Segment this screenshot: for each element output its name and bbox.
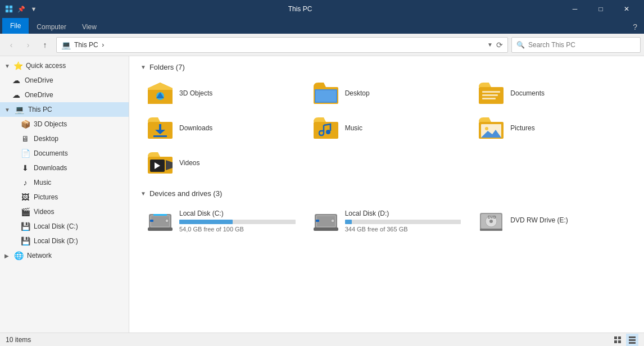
drives-section-header: ▼ Devices and drives (3)	[140, 189, 633, 198]
folder-desktop-icon	[312, 82, 339, 104]
sidebar-item-quick-access[interactable]: ▼ ⭐ Quick access	[0, 58, 129, 73]
search-bar[interactable]: 🔍	[511, 37, 641, 53]
onedrive-label-1: OneDrive	[25, 76, 53, 84]
svg-rect-54	[618, 340, 621, 343]
help-button[interactable]: ?	[628, 20, 642, 34]
sidebar-item-pictures[interactable]: 🖼 Pictures	[0, 190, 129, 204]
maximize-button[interactable]: □	[588, 0, 614, 18]
drive-e[interactable]: DVD DVD RW Drive (E:)	[471, 204, 633, 238]
drive-e-info: DVD RW Drive (E:)	[510, 216, 627, 226]
tab-computer[interactable]: Computer	[29, 20, 74, 34]
folder-pictures-icon	[478, 117, 505, 139]
cloud-icon-2: ☁	[11, 90, 21, 99]
address-bar[interactable]: 💻 This PC › ▼ ⟳	[56, 37, 508, 53]
sidebar-item-documents[interactable]: 📄 Documents	[0, 146, 129, 161]
svg-point-23	[326, 130, 330, 134]
sidebar-item-this-pc[interactable]: ▼ 💻 This PC	[0, 102, 129, 117]
list-view-button[interactable]	[626, 334, 638, 346]
folder-3d-objects-label: 3D Objects	[179, 89, 212, 97]
drives-chevron[interactable]: ▼	[140, 190, 146, 197]
pictures-label: Pictures	[34, 193, 58, 201]
drive-d-name: Local Disk (D:)	[345, 210, 461, 217]
downloads-label: Downloads	[34, 164, 67, 172]
folders-chevron[interactable]: ▼	[140, 64, 146, 70]
svg-rect-50	[480, 229, 502, 231]
dvd-icon: DVD	[478, 210, 505, 233]
sidebar-item-local-disk-d[interactable]: 💾 Local Disk (D:)	[0, 234, 129, 248]
drive-d[interactable]: Local Disk (D:) 344 GB free of 365 GB	[306, 204, 468, 238]
grid-view-button[interactable]	[611, 334, 624, 346]
svg-rect-7	[148, 88, 173, 90]
drive-d-free: 344 GB free of 365 GB	[345, 226, 461, 233]
minimize-button[interactable]: ─	[562, 0, 588, 18]
network-arrow: ▶	[4, 253, 9, 259]
content-area: ▼ Folders (7) 3D Objects	[129, 56, 644, 333]
videos-label: Videos	[34, 208, 54, 216]
item-count: 10 items	[6, 336, 31, 344]
folder-downloads[interactable]: Downloads	[140, 113, 302, 143]
svg-rect-2	[6, 10, 8, 12]
svg-rect-15	[482, 91, 500, 93]
folder-documents[interactable]: Documents	[471, 78, 633, 108]
svg-text:DVD: DVD	[488, 215, 496, 219]
search-icon: 🔍	[516, 41, 525, 49]
tab-view[interactable]: View	[74, 20, 105, 34]
svg-rect-1	[10, 6, 12, 8]
music-icon: ♪	[20, 178, 30, 187]
address-chevron[interactable]: ▼	[487, 42, 493, 48]
documents-label: Documents	[34, 149, 68, 157]
star-icon: ⭐	[13, 61, 24, 70]
folder-desktop[interactable]: Desktop	[306, 78, 468, 108]
sidebar-item-local-disk-c[interactable]: 💾 Local Disk (C:)	[0, 219, 129, 234]
sidebar-item-music[interactable]: ♪ Music	[0, 175, 129, 190]
refresh-button[interactable]: ⟳	[496, 40, 503, 49]
svg-rect-21	[153, 135, 167, 137]
pin-icon[interactable]: 📌	[17, 4, 26, 13]
folder-documents-icon	[478, 82, 505, 104]
sidebar-item-videos[interactable]: 🎬 Videos	[0, 204, 129, 219]
folders-grid: 3D Objects Desktop	[140, 78, 633, 178]
folder-music-label: Music	[345, 124, 362, 132]
pictures-icon: 🖼	[20, 193, 30, 202]
folders-title: Folders (7)	[149, 63, 185, 71]
this-pc-label: This PC	[28, 106, 52, 113]
drive-d-bar-fill	[345, 220, 352, 224]
network-icon: 🌐	[13, 251, 24, 260]
sidebar-item-onedrive-2[interactable]: ☁ OneDrive	[0, 88, 129, 102]
dropdown-icon[interactable]: ▼	[29, 4, 38, 13]
up-button[interactable]: ↑	[37, 37, 53, 53]
svg-point-43	[331, 219, 334, 222]
folder-3d-objects[interactable]: 3D Objects	[140, 78, 302, 108]
sidebar-item-downloads[interactable]: ⬇ Downloads	[0, 161, 129, 175]
svg-rect-16	[482, 94, 498, 96]
tab-file[interactable]: File	[2, 18, 29, 34]
drive-c-bar-bg	[179, 220, 296, 224]
close-button[interactable]: ✕	[614, 0, 640, 18]
drive-d-bar-bg	[345, 220, 461, 224]
sidebar-item-onedrive-1[interactable]: ☁ OneDrive	[0, 73, 129, 88]
folder-videos-label: Videos	[179, 159, 199, 167]
svg-rect-38	[153, 214, 167, 216]
svg-rect-51	[614, 336, 617, 339]
folder-music[interactable]: Music	[306, 113, 468, 143]
folder-documents-label: Documents	[510, 89, 545, 97]
title-bar: 📌 ▼ This PC ─ □ ✕	[0, 0, 644, 18]
docs-icon: 📄	[20, 149, 30, 158]
folder-downloads-icon	[147, 117, 174, 139]
drive-c[interactable]: Local Disk (C:) 54,0 GB free of 100 GB	[140, 204, 302, 238]
sidebar-item-desktop[interactable]: 🖥 Desktop	[0, 131, 129, 146]
folder-pictures[interactable]: Pictures	[471, 113, 633, 143]
folder-music-icon	[312, 117, 339, 139]
forward-button[interactable]: ›	[20, 37, 36, 53]
sidebar-item-3d-objects[interactable]: 📦 3D Objects	[0, 117, 129, 131]
svg-rect-57	[629, 342, 636, 344]
network-label: Network	[27, 252, 52, 260]
folder-videos[interactable]: Videos	[140, 148, 302, 178]
folder-3d-icon	[147, 82, 174, 104]
svg-rect-0	[6, 6, 8, 8]
back-button[interactable]: ‹	[3, 37, 19, 53]
toolbar: ‹ › ↑ 💻 This PC › ▼ ⟳ 🔍	[0, 34, 644, 56]
local-disk-d-label: Local Disk (D:)	[34, 237, 78, 245]
sidebar-item-network[interactable]: ▶ 🌐 Network	[0, 248, 129, 263]
search-input[interactable]	[528, 41, 636, 49]
